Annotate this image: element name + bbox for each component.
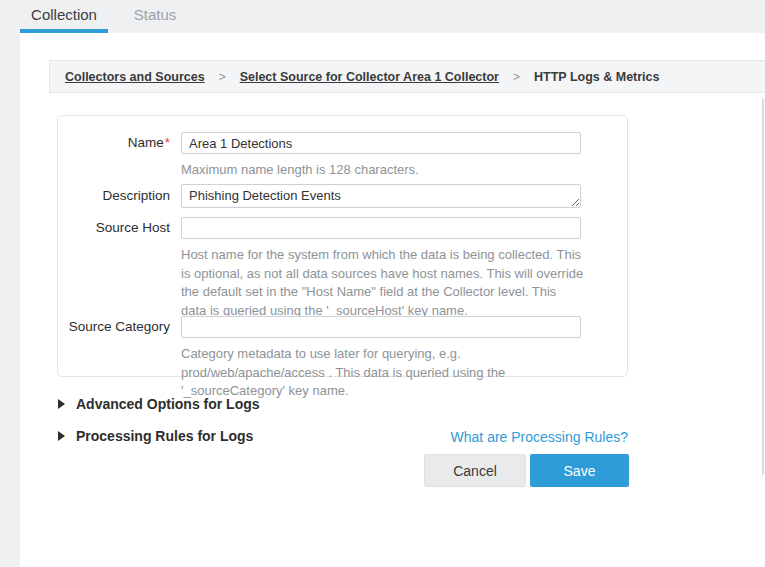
source-host-helper-text: Host name for the system from which the … <box>181 246 585 320</box>
breadcrumb-select-source[interactable]: Select Source for Collector Area 1 Colle… <box>240 70 499 84</box>
what-are-processing-rules-link[interactable]: What are Processing Rules? <box>451 429 628 445</box>
name-helper-text: Maximum name length is 128 characters. <box>181 161 585 180</box>
description-textarea[interactable]: Phishing Detection Events <box>181 184 581 208</box>
description-label: Description <box>58 188 170 203</box>
breadcrumb-collectors-and-sources[interactable]: Collectors and Sources <box>65 70 205 84</box>
breadcrumb-separator: > <box>219 70 226 84</box>
processing-rules-section-toggle[interactable]: Processing Rules for Logs <box>58 428 253 444</box>
breadcrumb-separator: > <box>513 70 520 84</box>
tab-status[interactable]: Status <box>122 0 188 29</box>
source-category-input[interactable] <box>181 316 581 338</box>
breadcrumb: Collectors and Sources > Select Source f… <box>49 60 765 93</box>
advanced-options-title: Advanced Options for Logs <box>76 396 260 412</box>
advanced-options-section-toggle[interactable]: Advanced Options for Logs <box>58 396 260 412</box>
source-category-helper-text: Category metadata to use later for query… <box>181 345 585 401</box>
name-label-text: Name <box>128 135 164 150</box>
collapsed-arrow-icon <box>58 431 65 441</box>
breadcrumb-current-page: HTTP Logs & Metrics <box>534 70 659 84</box>
source-category-label: Source Category <box>58 319 170 334</box>
cancel-button[interactable]: Cancel <box>424 454 526 487</box>
name-label: Name* <box>58 135 170 150</box>
source-host-label: Source Host <box>58 220 170 235</box>
source-host-input[interactable] <box>181 217 581 239</box>
save-button[interactable]: Save <box>530 454 629 487</box>
collapsed-arrow-icon <box>58 399 65 409</box>
main-panel: Collectors and Sources > Select Source f… <box>20 33 765 567</box>
processing-rules-title: Processing Rules for Logs <box>76 428 253 444</box>
form-actions: Cancel Save <box>424 454 629 487</box>
required-asterisk: * <box>165 135 170 150</box>
scrollbar[interactable] <box>762 99 764 475</box>
name-input[interactable] <box>181 132 581 154</box>
top-tab-bar: Collection Status <box>0 0 765 33</box>
tab-collection[interactable]: Collection <box>20 0 108 29</box>
source-config-form: Name* Maximum name length is 128 charact… <box>57 115 628 377</box>
